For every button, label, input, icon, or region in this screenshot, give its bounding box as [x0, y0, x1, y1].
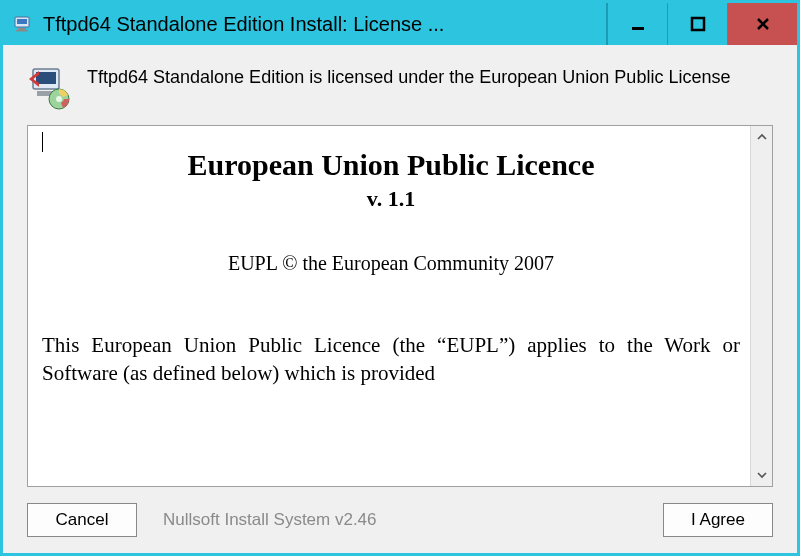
installer-icon	[27, 65, 73, 111]
license-owner: EUPL © the European Community 2007	[42, 252, 740, 275]
app-icon	[13, 14, 33, 34]
window-title: Tftpd64 Standalone Edition Install: Lice…	[43, 13, 606, 36]
svg-rect-3	[16, 30, 28, 32]
svg-rect-1	[17, 19, 27, 24]
svg-rect-5	[692, 18, 704, 30]
scroll-down-button[interactable]	[751, 464, 772, 486]
installer-window: Tftpd64 Standalone Edition Install: Lice…	[0, 0, 800, 556]
svg-point-12	[56, 96, 62, 102]
maximize-button[interactable]	[667, 3, 727, 45]
header-text: Tftpd64 Standalone Edition is licensed u…	[87, 65, 730, 89]
installer-name: Nullsoft Install System v2.46	[157, 510, 643, 530]
header-row: Tftpd64 Standalone Edition is licensed u…	[27, 65, 773, 111]
cancel-button[interactable]: Cancel	[27, 503, 137, 537]
license-box: European Union Public Licence v. 1.1 EUP…	[27, 125, 773, 487]
license-version: v. 1.1	[42, 186, 740, 212]
svg-rect-4	[632, 27, 644, 30]
scrollbar[interactable]	[750, 126, 772, 486]
license-text-area[interactable]: European Union Public Licence v. 1.1 EUP…	[28, 126, 750, 486]
text-cursor	[42, 132, 43, 152]
svg-rect-2	[18, 28, 26, 30]
close-button[interactable]	[727, 3, 797, 45]
agree-button[interactable]: I Agree	[663, 503, 773, 537]
bottom-bar: Cancel Nullsoft Install System v2.46 I A…	[27, 487, 773, 537]
minimize-button[interactable]	[607, 3, 667, 45]
scroll-up-button[interactable]	[751, 126, 772, 148]
titlebar: Tftpd64 Standalone Edition Install: Lice…	[3, 3, 797, 45]
license-title: European Union Public Licence	[42, 148, 740, 182]
window-controls	[606, 3, 797, 45]
license-body: This European Union Public Licence (the …	[42, 331, 740, 388]
client-area: Tftpd64 Standalone Edition is licensed u…	[3, 45, 797, 553]
